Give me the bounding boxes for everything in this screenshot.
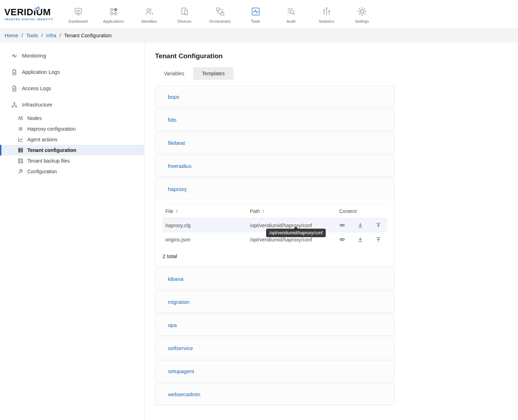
network-icon	[11, 102, 17, 108]
sidebar-item-nodes[interactable]: Nodes	[0, 113, 144, 124]
tabs: Variables Templates	[155, 67, 518, 80]
breadcrumb-tools[interactable]: Tools	[26, 33, 38, 38]
sidebar-item-application-logs[interactable]: Application Logs	[0, 64, 144, 80]
panel-label[interactable]: fido	[168, 117, 176, 123]
template-panel-fido[interactable]: fido	[155, 109, 395, 131]
nav-items: Dashboard Applications Identities Device…	[60, 5, 380, 23]
breadcrumb: Home / Tools / Infra / Tenant Configurat…	[0, 28, 518, 43]
nav-item-audit[interactable]: Audit	[273, 5, 309, 23]
brand-tagline: TRUSTED DIGITAL IDENTITY	[4, 18, 60, 21]
sort-icon[interactable]	[176, 209, 178, 213]
template-panel-opa[interactable]: opa	[155, 314, 395, 336]
template-panel-websecadmin[interactable]: websecadmin	[155, 383, 395, 405]
sidebar-item-access-logs[interactable]: Access Logs	[0, 80, 144, 97]
template-panel-haproxy: haproxy File	[155, 178, 395, 267]
logo-check-icon	[34, 5, 40, 11]
nav-item-orchestrator[interactable]: Orchestrator	[202, 5, 238, 23]
nav-item-tools[interactable]: Tools	[238, 5, 273, 23]
upload-icon	[375, 236, 381, 242]
tab-variables[interactable]: Variables	[155, 67, 193, 80]
pulse-icon	[11, 53, 17, 59]
template-panel-freeradius[interactable]: freeradius	[155, 155, 395, 177]
tab-templates[interactable]: Templates	[193, 67, 233, 80]
panel-label[interactable]: kibana	[168, 276, 183, 282]
template-panel-setupagent[interactable]: setupagent	[155, 360, 395, 382]
panel-label[interactable]: setupagent	[168, 368, 194, 374]
sidebar-item-infrastructure[interactable]: Infrastructure	[0, 97, 144, 113]
sidebar-item-monitoring[interactable]: Monitoring	[0, 48, 144, 64]
download-button[interactable]	[357, 236, 363, 242]
table-header-row: File Path	[162, 204, 387, 218]
nav-item-dashboard[interactable]: Dashboard	[60, 5, 96, 23]
panel-label[interactable]: filebeat	[168, 140, 185, 146]
panel-label[interactable]: selfservice	[168, 345, 193, 351]
sidebar-item-configuration[interactable]: Configuration	[0, 166, 144, 177]
applications-icon	[109, 6, 119, 17]
view-content-button[interactable]	[339, 222, 345, 228]
sidebar-item-tenant-configuration[interactable]: Tenant configuration	[0, 145, 144, 156]
upload-icon	[375, 222, 381, 228]
panel-label[interactable]: bops	[168, 94, 180, 100]
file-name-cell: origins.json	[162, 233, 249, 247]
upload-button[interactable]	[375, 222, 381, 228]
audit-icon	[286, 6, 296, 17]
gear-icon	[18, 126, 23, 132]
panel-label[interactable]: freeradius	[168, 163, 192, 169]
dashboard-icon	[73, 6, 83, 17]
table-total: 2 total	[162, 253, 387, 259]
breadcrumb-home[interactable]: Home	[5, 33, 18, 38]
panel-label[interactable]: migration	[168, 299, 190, 305]
nodes-icon	[18, 115, 23, 121]
sort-icon[interactable]	[262, 209, 264, 213]
breadcrumb-separator: /	[60, 33, 61, 38]
haproxy-panel-body: File Path	[155, 200, 394, 266]
nav-item-settings[interactable]: Settings	[344, 5, 380, 23]
path-tooltip: /opt/veridiumid/haproxy/conf	[266, 229, 326, 237]
eye-icon	[339, 222, 345, 228]
panel-header-haproxy[interactable]: haproxy	[155, 179, 394, 200]
download-button[interactable]	[357, 222, 363, 228]
statistics-icon	[321, 6, 332, 17]
view-content-button[interactable]	[339, 236, 345, 242]
brand-name: VERIDIUM	[4, 7, 60, 17]
sidebar: Monitoring Application Logs Access Logs …	[0, 43, 144, 420]
column-header-content: Content	[339, 204, 387, 218]
panel-label[interactable]: haproxy	[168, 186, 187, 192]
download-icon	[357, 222, 363, 228]
tools-icon	[250, 6, 261, 17]
main-content: Tenant Configuration Variables Templates…	[144, 43, 518, 420]
column-header-file[interactable]: File	[162, 204, 249, 218]
panel-label[interactable]: websecadmin	[168, 391, 200, 397]
veridium-logo[interactable]: VERIDIUM TRUSTED DIGITAL IDENTITY	[0, 7, 60, 21]
panel-label[interactable]: opa	[168, 322, 177, 328]
nav-item-applications[interactable]: Applications	[96, 5, 131, 23]
document-icon	[11, 86, 17, 92]
sidebar-item-haproxy-configuration[interactable]: Haproxy configuration	[0, 124, 144, 134]
file-name-cell: haproxy.cfg	[162, 218, 249, 233]
template-panel-selfservice[interactable]: selfservice	[155, 337, 395, 359]
upload-button[interactable]	[375, 236, 381, 242]
template-panels: bops fido filebeat freeradius haproxy	[155, 86, 395, 419]
template-panel-filebeat[interactable]: filebeat	[155, 132, 395, 154]
nav-item-identities[interactable]: Identities	[131, 5, 167, 23]
template-panel-bops[interactable]: bops	[155, 86, 395, 108]
templates-file-table: File Path	[162, 204, 387, 247]
breadcrumb-infra[interactable]: Infra	[46, 33, 56, 38]
server-stack-icon	[18, 147, 23, 153]
nav-item-devices[interactable]: Devices	[167, 5, 202, 23]
column-header-path[interactable]: Path	[249, 204, 339, 218]
breadcrumb-separator: /	[42, 33, 43, 38]
page-title: Tenant Configuration	[155, 52, 518, 60]
sidebar-item-agent-actions[interactable]: Agent actions	[0, 134, 144, 145]
document-icon	[11, 69, 17, 75]
save-floppy-icon	[18, 158, 23, 164]
nav-item-statistics[interactable]: Statistics	[309, 5, 344, 23]
breadcrumb-current: Tenant Configuration	[64, 33, 112, 38]
template-panel-kibana[interactable]: kibana	[155, 268, 395, 290]
template-panel-migration[interactable]: migration	[155, 291, 395, 313]
download-icon	[357, 236, 363, 242]
identities-icon	[144, 6, 154, 17]
breadcrumb-separator: /	[22, 33, 23, 38]
sidebar-item-tenant-backup-files[interactable]: Tenant backup files	[0, 156, 144, 166]
eye-icon	[339, 236, 345, 242]
